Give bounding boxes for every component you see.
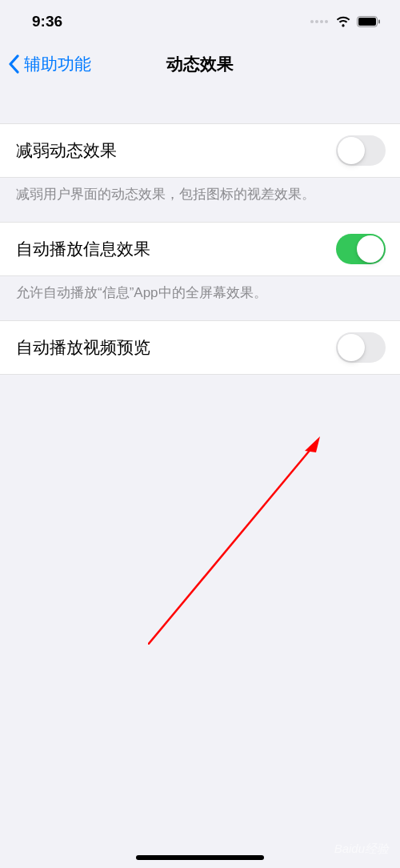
row-reduce-motion: 减弱动态效果 (0, 123, 400, 178)
arrow-annotation (148, 436, 332, 645)
toggle-reduce-motion[interactable] (336, 135, 386, 166)
page-title: 动态效果 (166, 53, 234, 75)
status-right (310, 16, 381, 28)
nav-bar: 辅助功能 动态效果 (0, 43, 400, 85)
home-indicator[interactable] (136, 855, 264, 860)
wifi-icon (335, 16, 351, 28)
svg-rect-2 (378, 20, 380, 24)
carrier-dots-icon (310, 20, 328, 23)
back-label: 辅助功能 (24, 53, 91, 75)
battery-icon (357, 16, 381, 27)
row-autoplay-video-label: 自动播放视频预览 (16, 336, 150, 359)
svg-rect-1 (358, 18, 376, 26)
status-bar: 9:36 (0, 0, 400, 43)
back-button[interactable]: 辅助功能 (0, 53, 91, 75)
watermark: Baidu经验 (334, 842, 389, 857)
row-autoplay-video: 自动播放视频预览 (0, 320, 400, 375)
toggle-autoplay-video[interactable] (336, 332, 386, 363)
chevron-left-icon (8, 54, 20, 74)
row-reduce-motion-footer: 减弱用户界面的动态效果，包括图标的视差效果。 (0, 178, 400, 222)
row-autoplay-message: 自动播放信息效果 (0, 222, 400, 276)
row-autoplay-message-footer: 允许自动播放“信息”App中的全屏幕效果。 (0, 276, 400, 320)
svg-line-3 (148, 443, 316, 645)
svg-marker-4 (305, 436, 320, 452)
status-time: 9:36 (32, 13, 62, 30)
toggle-autoplay-message[interactable] (336, 234, 386, 264)
row-reduce-motion-label: 减弱动态效果 (16, 139, 117, 162)
row-autoplay-message-label: 自动播放信息效果 (16, 238, 150, 260)
